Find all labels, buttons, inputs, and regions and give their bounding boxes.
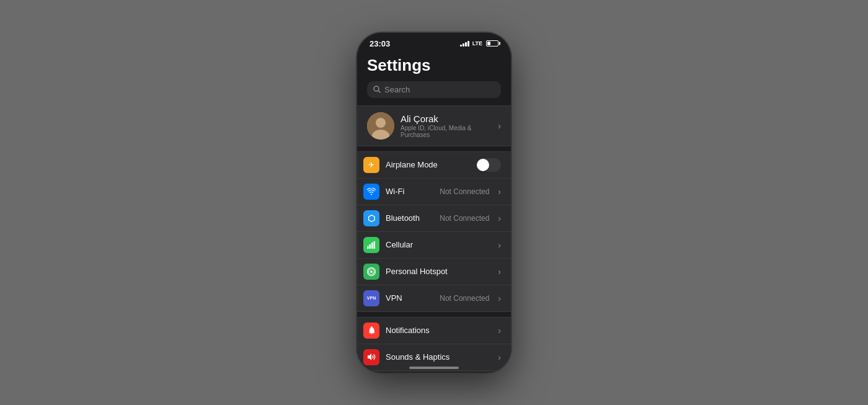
- notifications-row[interactable]: Notifications ›: [357, 318, 511, 344]
- profile-chevron-icon: ›: [498, 121, 501, 131]
- page-title: Settings: [357, 51, 511, 81]
- cellular-label: Cellular: [386, 240, 492, 249]
- search-placeholder: Search: [384, 85, 410, 94]
- lte-icon: LTE: [472, 40, 482, 47]
- wifi-chevron-icon: ›: [498, 187, 501, 197]
- sounds-haptics-label: Sounds & Haptics: [386, 352, 492, 362]
- sounds-haptics-chevron-icon: ›: [498, 352, 501, 362]
- personal-hotspot-chevron-icon: ›: [498, 267, 501, 277]
- search-bar[interactable]: Search: [367, 81, 501, 98]
- profile-subtitle: Apple ID, iCloud, Media & Purchases: [401, 125, 492, 138]
- personal-hotspot-label: Personal Hotspot: [386, 267, 492, 276]
- svg-point-9: [370, 270, 373, 273]
- bluetooth-row[interactable]: ⬡ Bluetooth Not Connected ›: [357, 205, 511, 232]
- vpn-chevron-icon: ›: [498, 293, 501, 303]
- profile-name: Ali Çorak: [401, 113, 492, 124]
- search-icon: [373, 86, 381, 93]
- bluetooth-label: Bluetooth: [386, 213, 433, 223]
- personal-hotspot-icon: [363, 264, 379, 280]
- signal-bars-icon: [460, 40, 469, 47]
- airplane-mode-icon: ✈: [363, 157, 379, 173]
- battery-icon: [486, 40, 498, 47]
- svg-rect-12: [371, 333, 372, 334]
- wifi-value: Not Connected: [440, 187, 489, 196]
- bluetooth-value: Not Connected: [440, 214, 489, 223]
- wifi-label: Wi-Fi: [386, 187, 433, 196]
- sounds-haptics-icon: [363, 349, 379, 365]
- airplane-mode-label: Airplane Mode: [386, 160, 470, 169]
- vpn-icon: VPN: [363, 290, 379, 306]
- vpn-row[interactable]: VPN VPN Not Connected ›: [357, 285, 511, 311]
- connectivity-group: ✈ Airplane Mode Wi-Fi No: [357, 151, 511, 312]
- notifications-group: Notifications › Sounds & Haptics ›: [357, 317, 511, 372]
- svg-rect-6: [370, 244, 371, 249]
- airplane-mode-toggle[interactable]: [476, 158, 501, 172]
- cellular-icon: [363, 237, 379, 253]
- screen-content: Settings Search Ali Çorak Apple ID, iClo…: [357, 51, 511, 372]
- bluetooth-chevron-icon: ›: [498, 213, 501, 223]
- status-icons: LTE: [460, 40, 498, 47]
- home-indicator: [409, 367, 459, 369]
- avatar: [367, 112, 394, 140]
- svg-point-3: [376, 118, 386, 128]
- svg-line-1: [378, 91, 380, 92]
- notifications-icon: [363, 323, 379, 339]
- profile-row[interactable]: Ali Çorak Apple ID, iCloud, Media & Purc…: [357, 105, 511, 146]
- svg-rect-8: [374, 241, 376, 249]
- svg-rect-13: [371, 326, 372, 327]
- status-bar: 23:03 LTE: [357, 33, 511, 51]
- wifi-row[interactable]: Wi-Fi Not Connected ›: [357, 179, 511, 205]
- svg-rect-14: [368, 355, 370, 358]
- bluetooth-icon: ⬡: [363, 210, 379, 226]
- do-not-disturb-row[interactable]: Do Not Disturb ›: [357, 371, 511, 372]
- cellular-row[interactable]: Cellular ›: [357, 232, 511, 259]
- status-time: 23:03: [370, 39, 390, 48]
- vpn-label: VPN: [386, 293, 433, 303]
- svg-rect-7: [371, 243, 373, 249]
- notifications-chevron-icon: ›: [498, 326, 501, 336]
- wifi-icon: [363, 184, 379, 200]
- airplane-mode-row[interactable]: ✈ Airplane Mode: [357, 152, 511, 179]
- phone-frame: 23:03 LTE Settings Search: [357, 33, 511, 373]
- profile-info: Ali Çorak Apple ID, iCloud, Media & Purc…: [401, 113, 492, 138]
- svg-rect-5: [367, 246, 369, 249]
- vpn-value: Not Connected: [440, 294, 489, 303]
- cellular-chevron-icon: ›: [498, 240, 501, 250]
- personal-hotspot-row[interactable]: Personal Hotspot ›: [357, 259, 511, 285]
- notifications-label: Notifications: [386, 326, 492, 335]
